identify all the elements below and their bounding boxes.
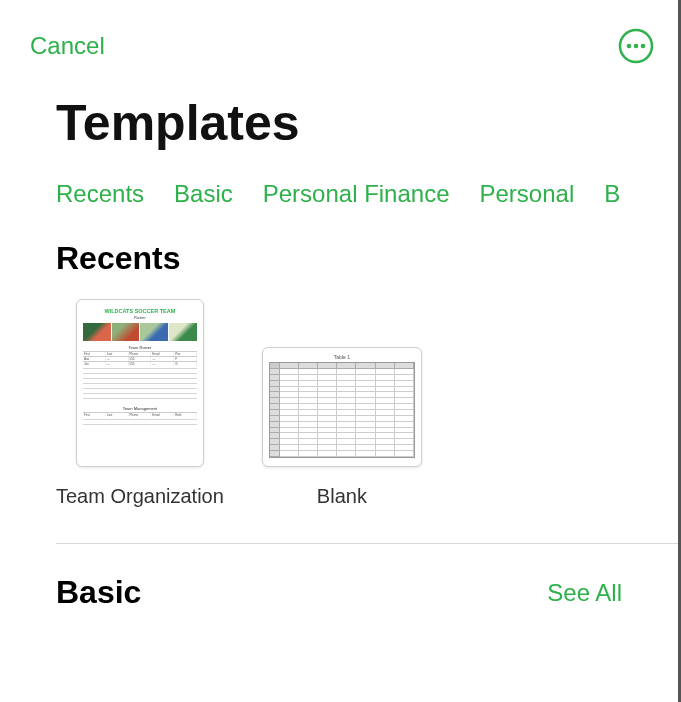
section-header-basic: Basic See All	[0, 544, 678, 611]
category-tabs: Recents Basic Personal Finance Personal …	[0, 162, 678, 240]
tab-personal[interactable]: Personal	[480, 180, 575, 208]
see-all-basic[interactable]: See All	[547, 579, 622, 607]
section-heading-recents: Recents	[0, 240, 678, 299]
svg-point-3	[641, 44, 646, 49]
template-team-organization[interactable]: WILDCATS SOCCER TEAM Roster Team Roster …	[56, 299, 224, 509]
tab-recents[interactable]: Recents	[56, 180, 144, 208]
topbar: Cancel	[0, 0, 678, 74]
template-thumb: WILDCATS SOCCER TEAM Roster Team Roster …	[76, 299, 204, 467]
template-thumb: Table 1	[262, 347, 422, 467]
template-label: Blank	[317, 483, 367, 509]
thumb-sheet-name: Table 1	[269, 354, 415, 360]
tab-basic[interactable]: Basic	[174, 180, 233, 208]
thumb-title: WILDCATS SOCCER TEAM	[83, 308, 197, 315]
template-chooser: Cancel Templates Recents Basic Personal …	[0, 0, 681, 702]
template-label: Team Organization	[56, 483, 224, 509]
page-title: Templates	[0, 74, 678, 162]
template-blank[interactable]: Table 1	[262, 347, 422, 509]
section-heading-basic: Basic	[56, 574, 141, 611]
recents-row: WILDCATS SOCCER TEAM Roster Team Roster …	[0, 299, 678, 509]
tab-personal-finance[interactable]: Personal Finance	[263, 180, 450, 208]
tab-business-partial[interactable]: B	[604, 180, 620, 208]
thumb-subtitle: Roster	[83, 315, 197, 320]
svg-point-1	[627, 44, 632, 49]
svg-point-2	[634, 44, 639, 49]
more-options-icon[interactable]	[618, 28, 654, 64]
cancel-button[interactable]: Cancel	[30, 32, 105, 60]
